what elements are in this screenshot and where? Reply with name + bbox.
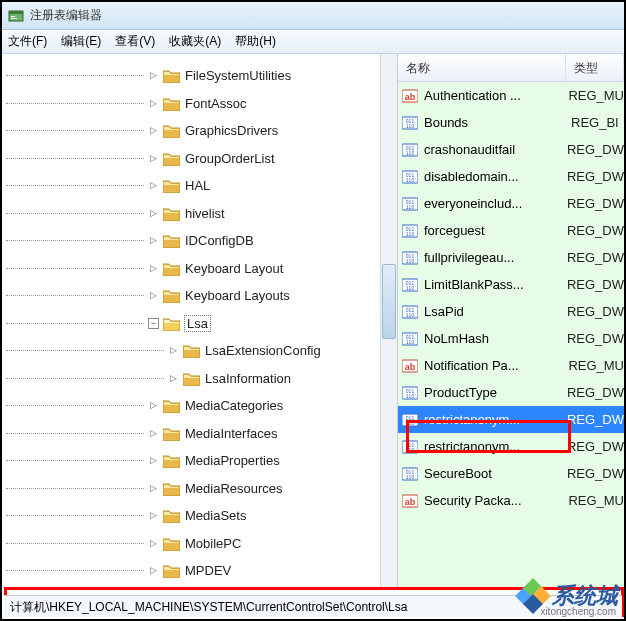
list-row[interactable]: 011110LsaPidREG_DW: [398, 298, 624, 325]
list-row[interactable]: 011110SecureBootREG_DW: [398, 460, 624, 487]
expand-icon[interactable]: ▷: [168, 373, 179, 384]
svg-text:110: 110: [406, 312, 415, 318]
value-name: LsaPid: [424, 304, 567, 319]
column-type[interactable]: 类型: [566, 54, 624, 81]
regedit-icon: [8, 8, 24, 24]
expand-icon[interactable]: ▷: [148, 483, 159, 494]
list-view[interactable]: abAuthentication ...REG_MU011110BoundsRE…: [398, 82, 624, 514]
tree-item[interactable]: ▷FileSystemUtilities: [2, 62, 380, 90]
value-name: fullprivilegeau...: [424, 250, 567, 265]
value-name: LimitBlankPass...: [424, 277, 567, 292]
menu-help[interactable]: 帮助(H): [235, 33, 276, 50]
main-split: ▷FileSystemUtilities▷FontAssoc▷GraphicsD…: [2, 54, 624, 588]
tree-item[interactable]: ▷HAL: [2, 172, 380, 200]
value-name: SecureBoot: [424, 466, 567, 481]
tree-item-label: IDConfigDB: [185, 233, 254, 248]
expand-icon[interactable]: ▷: [148, 400, 159, 411]
tree-item[interactable]: ▷MPDEV: [2, 557, 380, 585]
list-row[interactable]: 011110ProductTypeREG_DW: [398, 379, 624, 406]
tree-item-label: GraphicsDrivers: [185, 123, 278, 138]
value-type: REG_DW: [567, 223, 624, 238]
svg-text:ab: ab: [405, 362, 416, 372]
list-row[interactable]: 011110restrictanonym...REG_DW: [398, 433, 624, 460]
expand-icon[interactable]: ▷: [148, 565, 159, 576]
expand-icon[interactable]: ▷: [148, 290, 159, 301]
menu-file[interactable]: 文件(F): [8, 33, 47, 50]
expand-icon[interactable]: ▷: [148, 235, 159, 246]
tree-item[interactable]: ▷FontAssoc: [2, 90, 380, 118]
value-type: REG_DW: [567, 466, 624, 481]
expand-icon[interactable]: ▷: [148, 98, 159, 109]
list-row[interactable]: abAuthentication ...REG_MU: [398, 82, 624, 109]
tree-item-label: Lsa: [185, 316, 210, 331]
menu-edit[interactable]: 编辑(E): [61, 33, 101, 50]
column-name[interactable]: 名称: [398, 54, 566, 81]
tree-item-label: MediaResources: [185, 481, 283, 496]
menu-bar: 文件(F) 编辑(E) 查看(V) 收藏夹(A) 帮助(H): [2, 30, 624, 54]
expand-icon[interactable]: ▷: [148, 428, 159, 439]
tree-item-label: MediaInterfaces: [185, 426, 278, 441]
value-name: disabledomain...: [424, 169, 567, 184]
tree-item[interactable]: ▷MediaCategories: [2, 392, 380, 420]
scrollbar-thumb[interactable]: [382, 264, 396, 339]
svg-text:110: 110: [406, 447, 415, 453]
tree-item[interactable]: ▷IDConfigDB: [2, 227, 380, 255]
list-row[interactable]: 011110LimitBlankPass...REG_DW: [398, 271, 624, 298]
menu-view[interactable]: 查看(V): [115, 33, 155, 50]
tree-item[interactable]: ▷GraphicsDrivers: [2, 117, 380, 145]
list-row[interactable]: 011110BoundsREG_BI: [398, 109, 624, 136]
list-row[interactable]: abSecurity Packa...REG_MU: [398, 487, 624, 514]
expand-icon[interactable]: ▷: [148, 538, 159, 549]
svg-text:110: 110: [406, 123, 415, 129]
tree-item[interactable]: ▷Keyboard Layout: [2, 255, 380, 283]
expand-icon[interactable]: ▷: [148, 263, 159, 274]
value-name: Security Packa...: [424, 493, 568, 508]
collapse-icon[interactable]: −: [148, 318, 159, 329]
tree-view[interactable]: ▷FileSystemUtilities▷FontAssoc▷GraphicsD…: [2, 54, 380, 588]
list-panel: 名称 类型 abAuthentication ...REG_MU011110Bo…: [398, 54, 624, 588]
status-path-bar: 计算机\HKEY_LOCAL_MACHINE\SYSTEM\CurrentCon…: [4, 595, 622, 617]
expand-icon[interactable]: ▷: [148, 153, 159, 164]
value-name: NoLmHash: [424, 331, 567, 346]
tree-item[interactable]: ▷GroupOrderList: [2, 145, 380, 173]
tree-item[interactable]: ▷MSDTC: [2, 585, 380, 589]
list-header: 名称 类型: [398, 54, 624, 82]
expand-icon[interactable]: ▷: [148, 455, 159, 466]
tree-item[interactable]: ▷MediaProperties: [2, 447, 380, 475]
svg-text:110: 110: [406, 474, 415, 480]
tree-item[interactable]: ▷Keyboard Layouts: [2, 282, 380, 310]
tree-panel: ▷FileSystemUtilities▷FontAssoc▷GraphicsD…: [2, 54, 398, 588]
list-row[interactable]: 011110forceguestREG_DW: [398, 217, 624, 244]
list-row[interactable]: 011110disabledomain...REG_DW: [398, 163, 624, 190]
window-title: 注册表编辑器: [30, 7, 102, 24]
tree-item[interactable]: ▷LsaExtensionConfig: [2, 337, 380, 365]
tree-item[interactable]: ▷LsaInformation: [2, 365, 380, 393]
tree-item[interactable]: ▷MediaSets: [2, 502, 380, 530]
expand-icon[interactable]: ▷: [148, 180, 159, 191]
svg-text:110: 110: [406, 204, 415, 210]
expand-icon[interactable]: ▷: [148, 125, 159, 136]
list-row[interactable]: 011110NoLmHashREG_DW: [398, 325, 624, 352]
value-type: REG_BI: [571, 115, 619, 130]
value-name: restrictanonym...: [424, 412, 567, 427]
tree-item[interactable]: ▷hivelist: [2, 200, 380, 228]
expand-icon[interactable]: ▷: [168, 345, 179, 356]
list-row[interactable]: 011110everyoneinclud...REG_DW: [398, 190, 624, 217]
list-row[interactable]: 011110crashonauditfailREG_DW: [398, 136, 624, 163]
list-row[interactable]: 011110fullprivilegeau...REG_DW: [398, 244, 624, 271]
value-type: REG_DW: [567, 304, 624, 319]
tree-item[interactable]: ▷MediaInterfaces: [2, 420, 380, 448]
value-type: REG_DW: [567, 331, 624, 346]
expand-icon[interactable]: ▷: [148, 208, 159, 219]
tree-item[interactable]: ▷MobilePC: [2, 530, 380, 558]
tree-item[interactable]: −Lsa: [2, 310, 380, 338]
expand-icon[interactable]: ▷: [148, 70, 159, 81]
value-type: REG_DW: [567, 412, 624, 427]
expand-icon[interactable]: ▷: [148, 510, 159, 521]
list-row[interactable]: abNotification Pa...REG_MU: [398, 352, 624, 379]
tree-scrollbar[interactable]: [380, 54, 397, 588]
tree-item[interactable]: ▷MediaResources: [2, 475, 380, 503]
list-row[interactable]: 011110restrictanonym...REG_DW: [398, 406, 624, 433]
svg-text:110: 110: [406, 177, 415, 183]
menu-favorites[interactable]: 收藏夹(A): [169, 33, 221, 50]
